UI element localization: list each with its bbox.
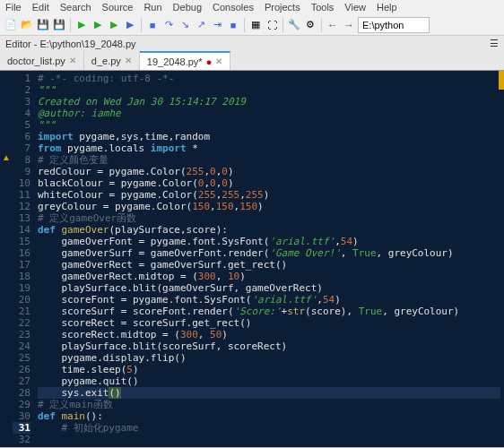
nav-back-icon[interactable]: ←: [326, 19, 340, 31]
step-into-icon[interactable]: ↘: [178, 18, 192, 32]
maximize-icon[interactable]: ⛶: [265, 18, 279, 32]
tab-d-e-py[interactable]: d_e.py✕: [84, 51, 140, 70]
menu-projects[interactable]: Projects: [265, 2, 300, 13]
save-icon[interactable]: 💾: [36, 18, 50, 32]
menu-source[interactable]: Source: [102, 2, 134, 13]
run-cell-icon[interactable]: ▶: [91, 18, 105, 32]
menu-search[interactable]: Search: [60, 2, 91, 13]
stop-icon[interactable]: ■: [145, 18, 160, 32]
marker-strip: [499, 71, 504, 447]
toolbar: 📄 📂 💾 💾 ▶ ▶ ▶ ▶ ■ ↷ ↘ ↗ ⇥ ■ ▦ ⛶ 🔧 ⚙ ← →: [0, 14, 504, 36]
menu-view[interactable]: View: [344, 2, 366, 13]
open-icon[interactable]: 📂: [20, 18, 34, 32]
editor-options-icon[interactable]: ☰: [490, 38, 499, 49]
run-icon[interactable]: ▶: [74, 18, 89, 32]
debug-icon[interactable]: ▶: [123, 18, 137, 32]
menu-run[interactable]: Run: [143, 2, 161, 13]
new-file-icon[interactable]: 📄: [4, 18, 18, 32]
nav-fwd-icon[interactable]: →: [342, 19, 356, 31]
menubar: FileEditSearchSourceRunDebugConsolesProj…: [0, 0, 504, 14]
working-dir-input[interactable]: [358, 17, 430, 33]
tab-close-icon[interactable]: ✕: [69, 56, 76, 65]
editor-tabs: doctor_list.py✕d_e.py✕19_2048.py*●✕: [0, 51, 504, 71]
tab-19-2048-py-[interactable]: 19_2048.py*●✕: [140, 51, 230, 70]
menu-help[interactable]: Help: [377, 2, 397, 13]
stop-debug-icon[interactable]: ■: [226, 18, 240, 32]
continue-icon[interactable]: ⇥: [210, 18, 224, 32]
layout-icon[interactable]: ▦: [248, 18, 263, 32]
editor-titlebar: Editor - E:\python\19_2048.py ☰: [0, 36, 504, 51]
editor-title: Editor - E:\python\19_2048.py: [5, 39, 136, 49]
menu-debug[interactable]: Debug: [173, 2, 202, 13]
menu-edit[interactable]: Edit: [32, 2, 49, 13]
save-all-icon[interactable]: 💾: [52, 18, 66, 32]
step-over-icon[interactable]: ↷: [161, 18, 176, 32]
prefs-icon[interactable]: 🔧: [287, 18, 301, 32]
tab-close-icon[interactable]: ✕: [215, 56, 222, 66]
step-out-icon[interactable]: ↗: [194, 18, 208, 32]
tab-doctor-list-py[interactable]: doctor_list.py✕: [0, 51, 84, 70]
menu-consoles[interactable]: Consoles: [213, 2, 254, 13]
menu-file[interactable]: File: [5, 2, 22, 13]
tab-close-icon[interactable]: ✕: [125, 56, 132, 65]
menu-tools[interactable]: Tools: [311, 2, 335, 13]
python-path-icon[interactable]: ⚙: [303, 18, 317, 32]
run-selection-icon[interactable]: ▶: [107, 18, 121, 32]
code-editor[interactable]: ▲ 12345678910111213141516171819202122232…: [0, 71, 504, 447]
